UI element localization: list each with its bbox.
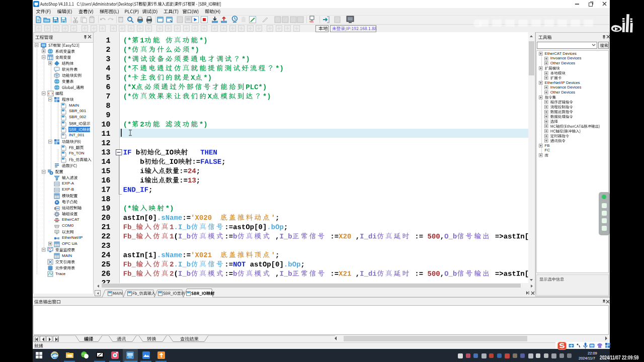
- svg-text:485: 485: [309, 20, 314, 23]
